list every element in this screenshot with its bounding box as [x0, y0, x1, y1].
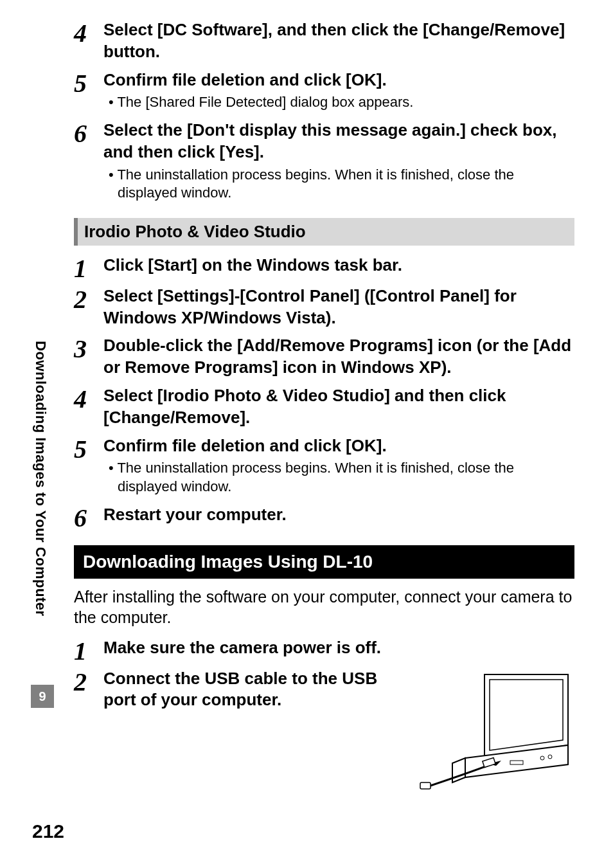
section-heading-irodio: Irodio Photo & Video Studio — [74, 218, 574, 246]
step-number: 1 — [74, 638, 103, 664]
step-number: 6 — [74, 121, 103, 147]
step-title: Select the [Don't display this message a… — [103, 120, 574, 163]
step-note: The uninstallation process begins. When … — [118, 166, 574, 203]
step-number: 5 — [74, 71, 103, 96]
computer-usb-illustration — [407, 668, 574, 790]
step-number: 2 — [74, 287, 103, 312]
step-title: Select [DC Software], and then click the… — [103, 19, 574, 63]
step-number: 4 — [74, 386, 103, 412]
step-title: Confirm file deletion and click [OK]. — [103, 69, 574, 91]
step-number: 6 — [74, 505, 103, 531]
step-row: 1 Click [Start] on the Windows task bar. — [74, 255, 574, 282]
step-number: 4 — [74, 21, 103, 46]
step-note: The uninstallation process begins. When … — [118, 459, 574, 496]
step-body: Confirm file deletion and click [OK]. Th… — [103, 69, 574, 116]
step-row: 6 Restart your computer. — [74, 504, 574, 531]
step-row: 4 Select [DC Software], and then click t… — [74, 19, 574, 66]
step-row: 5 Confirm file deletion and click [OK]. … — [74, 69, 574, 116]
step-title: Click [Start] on the Windows task bar. — [103, 255, 574, 276]
step-row: 1 Make sure the camera power is off. — [74, 637, 574, 664]
sidebar-label-container: Downloading Images to Your Computer — [32, 341, 58, 727]
step-title: Restart your computer. — [103, 504, 574, 526]
chapter-number-badge: 9 — [31, 685, 54, 708]
step-number: 2 — [74, 669, 103, 695]
step-title: Double-click the [Add/Remove Programs] i… — [103, 335, 574, 379]
step-row: 2 Connect the USB cable to the USB port … — [74, 668, 396, 714]
step-number: 1 — [74, 256, 103, 282]
page-container: Downloading Images to Your Computer 9 21… — [0, 0, 613, 868]
step-title: Select [Settings]-[Control Panel] ([Cont… — [103, 285, 574, 329]
section-heading-download: Downloading Images Using DL-10 — [74, 545, 574, 579]
download-intro: After installing the software on your co… — [74, 586, 574, 628]
step-body: Select the [Don't display this message a… — [103, 120, 574, 206]
step-number: 3 — [74, 336, 103, 362]
step-row: 6 Select the [Don't display this message… — [74, 120, 574, 206]
svg-rect-4 — [420, 782, 431, 789]
step-note: The [Shared File Detected] dialog box ap… — [118, 93, 574, 112]
page-number: 212 — [32, 820, 64, 842]
step-row: 4 Select [Irodio Photo & Video Studio] a… — [74, 385, 574, 431]
step-title: Select [Irodio Photo & Video Studio] and… — [103, 385, 574, 429]
step-title: Make sure the camera power is off. — [103, 637, 574, 659]
step-row: 5 Confirm file deletion and click [OK]. … — [74, 435, 574, 500]
step-title: Connect the USB cable to the USB port of… — [103, 668, 396, 712]
step-title: Confirm file deletion and click [OK]. — [103, 435, 574, 457]
step-row: 3 Double-click the [Add/Remove Programs]… — [74, 335, 574, 381]
sidebar-label: Downloading Images to Your Computer — [32, 341, 49, 617]
step-number: 5 — [74, 437, 103, 462]
step-body: Select [DC Software], and then click the… — [103, 19, 574, 66]
step-row: 2 Select [Settings]-[Control Panel] ([Co… — [74, 285, 574, 332]
step-row-with-illustration: 2 Connect the USB cable to the USB port … — [74, 668, 574, 790]
